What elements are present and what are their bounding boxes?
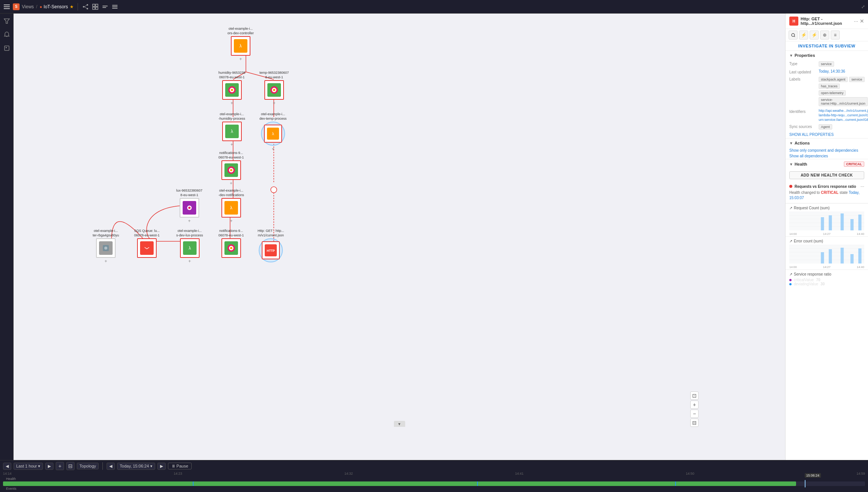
node-add-notifications[interactable]: + bbox=[230, 181, 232, 186]
actions-section-title: Actions bbox=[795, 141, 864, 145]
add-health-check-button[interactable]: ADD NEW HEALTH CHECK bbox=[789, 171, 864, 179]
next-time-btn[interactable]: ▶ bbox=[45, 463, 53, 470]
bell-icon[interactable] bbox=[2, 30, 11, 39]
node-lux-process[interactable]: otel-example-i...s-dev-lux-process λ + bbox=[176, 229, 203, 264]
box-icon[interactable] bbox=[2, 44, 11, 53]
show-all-dependencies-link[interactable]: Show all dependencies bbox=[786, 153, 868, 159]
properties-section-header[interactable]: ▼ Properties bbox=[786, 51, 868, 60]
health-timeline-bar[interactable]: 15:06:24 bbox=[3, 481, 865, 486]
prev-time-btn[interactable]: ◀ bbox=[3, 463, 11, 470]
timeline-zoom-icon[interactable]: ⊟ bbox=[66, 462, 75, 470]
toolbar-list-btn[interactable]: ≡ bbox=[831, 30, 840, 40]
node-inner-dev-notifications: λ bbox=[224, 201, 238, 215]
toolbar-network-btn[interactable]: ⊕ bbox=[820, 30, 829, 40]
toolbar-flash-btn[interactable]: ⚡ bbox=[799, 30, 808, 40]
grid-icon[interactable] bbox=[92, 3, 99, 11]
top-navigation: S Views / ● IoT-Sensors ★ ⤢ bbox=[0, 0, 868, 14]
show-component-dependencies-link[interactable]: Show only component and dependencies bbox=[786, 148, 868, 153]
svg-line-7 bbox=[84, 7, 87, 8]
prev-date-btn[interactable]: ◀ bbox=[107, 463, 115, 470]
toolbar-bolt-btn[interactable]: ⚡ bbox=[810, 30, 819, 40]
health-critical-badge: CRITICAL bbox=[844, 161, 864, 167]
identifier-2[interactable]: urn:service:/iam...current.json/GET bbox=[819, 118, 868, 122]
collapse-arrow[interactable]: ▼ bbox=[394, 421, 405, 427]
node-label-humidity: humidity-965323806078-eu-west-1 bbox=[218, 71, 246, 79]
identifier-1[interactable]: lambda-http-requ...current.json/GET bbox=[819, 113, 868, 117]
zoom-out-icon[interactable]: − bbox=[690, 410, 699, 418]
investigate-subview-button[interactable]: INVESTIGATE IN SUBVIEW bbox=[786, 41, 868, 51]
svg-rect-86 bbox=[858, 248, 861, 264]
svg-text:λ: λ bbox=[231, 129, 233, 134]
svg-rect-11 bbox=[96, 7, 98, 9]
svg-point-3 bbox=[83, 6, 84, 8]
panel-close-icon[interactable]: ✕ bbox=[860, 18, 864, 24]
health-section-header[interactable]: ▼ Health CRITICAL bbox=[786, 159, 868, 169]
breadcrumb-views[interactable]: Views bbox=[22, 4, 34, 9]
breadcrumb-iot-sensors[interactable]: ● IoT-Sensors ★ bbox=[40, 4, 73, 9]
next-date-btn[interactable]: ▶ bbox=[157, 463, 166, 470]
hamburger-menu-icon[interactable] bbox=[3, 3, 11, 11]
svg-rect-16 bbox=[112, 8, 117, 9]
prop-row-identifiers: Identifiers http://api.weathe.../m/v1/cu… bbox=[786, 108, 868, 123]
node-lux[interactable]: lux-965323806078-eu-west-1 + bbox=[176, 189, 203, 224]
nav-separator bbox=[78, 3, 78, 11]
toolbar-filter-btn[interactable] bbox=[789, 30, 798, 40]
health-arrow-icon: ▼ bbox=[789, 162, 793, 166]
identifier-0[interactable]: http://api.weathe.../m/v1/current.json bbox=[819, 109, 868, 113]
node-temp[interactable]: temp-965323806078-eu-west-1 + bbox=[259, 71, 289, 106]
svg-rect-72 bbox=[829, 215, 832, 230]
current-time-display[interactable]: Today, 15:06:24 ▾ bbox=[117, 463, 155, 470]
maximize-icon[interactable]: ⤢ bbox=[861, 4, 865, 9]
prop-label-sync-sources: Sync sources bbox=[789, 124, 816, 129]
node-ors-dev-controller[interactable]: otel-example-i...ors-dev-controller λ + bbox=[227, 27, 254, 62]
node-add-humidity[interactable]: + bbox=[230, 101, 233, 106]
node-humidity[interactable]: humidity-965323806078-eu-west-1 + bbox=[218, 71, 246, 106]
node-dev-temp-process[interactable]: otel-example-i...dev-temp-process λ + bbox=[259, 112, 287, 152]
node-add-lux[interactable]: + bbox=[188, 218, 191, 224]
pause-button[interactable]: ⏸ Pause bbox=[168, 463, 192, 469]
actions-section-header[interactable]: ▼ Actions bbox=[786, 139, 868, 148]
node-notifications2[interactable]: notifications-9...06078-eu-west-1 bbox=[218, 229, 244, 258]
prop-row-lastupdated: Last updated Today, 14:30:36 bbox=[786, 68, 868, 75]
node-notifications[interactable]: notifications-9...06078-eu-west-1 + bbox=[218, 151, 244, 186]
health-item-more-0[interactable]: ··· bbox=[860, 184, 864, 189]
pause-icon: ⏸ bbox=[171, 464, 175, 468]
sync-source-tag-0: Agent bbox=[819, 124, 832, 129]
service-ratio-icon: ↗ bbox=[789, 272, 792, 276]
panel-more-icon[interactable]: ··· bbox=[854, 18, 858, 24]
node-add-humidity-process[interactable]: + bbox=[230, 142, 233, 147]
timeline-icon[interactable] bbox=[101, 3, 109, 11]
svg-text:λ: λ bbox=[272, 131, 274, 136]
ratio-row-deviating: deviatingValue 30 bbox=[789, 282, 864, 286]
view-selector-btn[interactable]: Topology bbox=[77, 463, 99, 469]
node-add-ors-dev-controller[interactable]: + bbox=[240, 56, 242, 62]
time-range-selector[interactable]: Last 1 hour ▾ bbox=[14, 463, 43, 470]
node-diagram-icon[interactable] bbox=[82, 3, 89, 11]
filter-icon[interactable] bbox=[2, 17, 11, 26]
node-add-temp[interactable]: + bbox=[273, 101, 276, 106]
zoom-in-icon[interactable]: + bbox=[690, 401, 699, 409]
bottom-timeline-area: ◀ Last 1 hour ▾ ▶ + ⊟ Topology ◀ Today, … bbox=[0, 460, 868, 492]
show-all-properties-button[interactable]: SHOW ALL PROPERTIES bbox=[786, 131, 868, 138]
node-sqs-queue[interactable]: SQS Queue: lu...06078-eu-west-1 bbox=[134, 229, 160, 258]
service-ratio-section: ↗ Service response ratio criticalValue 7… bbox=[786, 270, 868, 288]
prop-label-type: Type bbox=[789, 61, 816, 66]
node-http-get[interactable]: Http: GET - http...m/v1/current.json HTT… bbox=[258, 229, 284, 262]
timeline-tick-2 bbox=[477, 481, 478, 486]
zoom-reset-icon[interactable]: ⊟ bbox=[690, 419, 699, 427]
node-box-notifications2 bbox=[221, 238, 241, 258]
node-dev-notifications[interactable]: otel-example-i...-dev-notifications λ + bbox=[218, 189, 244, 224]
node-add-lux-process[interactable]: + bbox=[188, 259, 191, 264]
node-add-dev-notifications[interactable]: + bbox=[230, 218, 233, 224]
prop-value-lastupdated[interactable]: Today, 14:30:36 bbox=[819, 69, 845, 73]
node-box-humidity-process: λ bbox=[222, 122, 242, 141]
star-icon[interactable]: ★ bbox=[70, 4, 74, 9]
zoom-fit-icon[interactable]: ⊡ bbox=[690, 391, 699, 400]
list-icon[interactable] bbox=[111, 3, 119, 11]
node-add-dev-temp-process[interactable]: + bbox=[272, 146, 275, 152]
timeline-zoom-in-icon[interactable]: + bbox=[56, 462, 64, 470]
node-add-rbga4gsv80yu[interactable]: + bbox=[105, 259, 107, 264]
node-humidity-process[interactable]: otel-example-i...-humidity-process λ + bbox=[218, 112, 245, 147]
node-rbga4gsv80yu[interactable]: otel-example-i...ter-rbga4gsv80yu + bbox=[93, 229, 119, 264]
panel-toolbar: ⚡ ⚡ ⊕ ≡ bbox=[786, 29, 868, 41]
